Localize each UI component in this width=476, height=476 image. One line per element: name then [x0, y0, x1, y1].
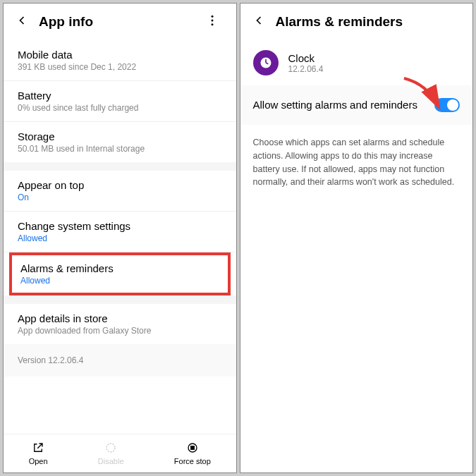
appear-on-top-item[interactable]: Appear on top On: [4, 171, 236, 212]
app-row: Clock 12.2.06.4: [240, 40, 473, 85]
svg-point-3: [106, 444, 115, 452]
storage-item[interactable]: Storage 50.01 MB used in Internal storag…: [4, 122, 236, 162]
mobile-data-item[interactable]: Mobile data 391 KB used since Dec 1, 202…: [4, 40, 236, 81]
change-system-settings-item[interactable]: Change system settings Allowed: [4, 212, 236, 252]
header: App info: [4, 4, 236, 40]
app-info: Clock 12.2.06.4: [288, 52, 324, 74]
page-title: App info: [39, 14, 190, 30]
clock-icon: [253, 50, 279, 75]
bottom-bar: Open Disable Force stop: [4, 434, 236, 472]
back-icon[interactable]: [15, 13, 29, 30]
force-stop-button[interactable]: Force stop: [174, 441, 211, 465]
back-icon[interactable]: [252, 13, 266, 30]
app-details-item[interactable]: App details in store App downloaded from…: [4, 304, 236, 344]
svg-point-2: [211, 23, 213, 25]
battery-item[interactable]: Battery 0% used since last fully charged: [4, 81, 236, 122]
divider: [4, 295, 236, 304]
version-label: Version 12.2.06.4: [4, 344, 236, 377]
disable-button: Disable: [98, 441, 124, 465]
open-button[interactable]: Open: [29, 441, 48, 465]
page-title: Alarms & reminders: [276, 14, 462, 30]
svg-point-0: [211, 16, 213, 18]
right-screen: Alarms & reminders Clock 12.2.06.4 Allow…: [240, 3, 474, 473]
toggle-switch[interactable]: [434, 98, 460, 112]
svg-point-1: [211, 20, 213, 22]
svg-rect-5: [191, 446, 195, 450]
allow-alarms-row[interactable]: Allow setting alarms and reminders: [240, 85, 473, 125]
alarms-reminders-item[interactable]: Alarms & reminders Allowed: [9, 252, 231, 295]
description: Choose which apps can set alarms and sch…: [240, 125, 473, 200]
header: Alarms & reminders: [240, 4, 473, 40]
more-icon[interactable]: [200, 13, 225, 30]
divider: [4, 162, 236, 171]
left-screen: App info Mobile data 391 KB used since D…: [3, 3, 237, 473]
